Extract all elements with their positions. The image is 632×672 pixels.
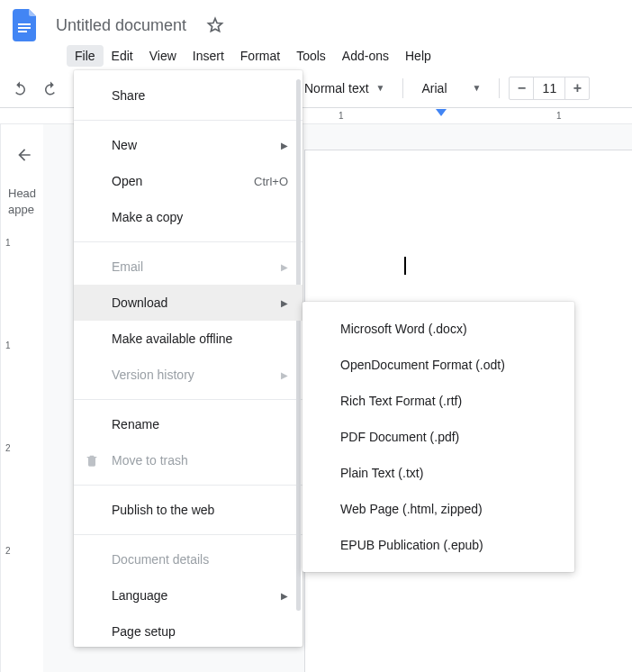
submenu-arrow-icon: ▶ — [281, 591, 288, 601]
menu-format[interactable]: Format — [232, 45, 288, 67]
submenu-arrow-icon: ▶ — [281, 370, 288, 380]
font-family-select[interactable]: Arial ▼ — [412, 76, 490, 101]
ruler-mark: 1 — [339, 111, 344, 121]
file-menu-share[interactable]: Share — [74, 77, 302, 114]
font-size-increase[interactable]: + — [565, 77, 589, 99]
menubar: File Edit View Insert Format Tools Add-o… — [0, 43, 632, 68]
menu-separator — [74, 241, 302, 242]
outline-placeholder: Head appe — [8, 186, 36, 218]
download-epub[interactable]: EPUB Publication (.epub) — [302, 527, 574, 563]
text-cursor — [404, 257, 406, 275]
file-menu-move-to-trash: Move to trash — [74, 442, 302, 478]
menu-tools[interactable]: Tools — [288, 45, 334, 67]
menu-help[interactable]: Help — [397, 45, 439, 67]
vertical-ruler[interactable]: 1 1 2 2 — [0, 124, 1, 672]
chevron-down-icon: ▼ — [376, 83, 385, 93]
file-menu-make-copy[interactable]: Make a copy — [74, 199, 302, 235]
vruler-mark: 1 — [5, 341, 11, 350]
indent-marker[interactable] — [436, 109, 447, 116]
font-size-decrease[interactable]: − — [510, 77, 533, 99]
paragraph-style-label: Normal text — [304, 81, 369, 95]
download-html[interactable]: Web Page (.html, zipped) — [302, 491, 574, 527]
download-submenu: Microsoft Word (.docx) OpenDocument Form… — [302, 302, 574, 572]
file-menu-new[interactable]: New ▶ — [74, 127, 302, 163]
menu-separator — [74, 485, 302, 486]
ruler-mark: 1 — [556, 111, 562, 121]
submenu-arrow-icon: ▶ — [281, 262, 288, 272]
undo-button[interactable] — [7, 76, 32, 101]
download-rtf[interactable]: Rich Text Format (.rtf) — [302, 383, 574, 419]
outline-panel: Head appe — [1, 124, 43, 672]
file-menu-download[interactable]: Download ▶ — [74, 285, 302, 321]
vruler-mark: 2 — [5, 546, 11, 556]
file-menu-dropdown: Share New ▶ Open Ctrl+O Make a copy Emai… — [74, 70, 302, 647]
menu-shortcut: Ctrl+O — [254, 175, 288, 188]
menu-addons[interactable]: Add-ons — [334, 45, 397, 67]
vruler-mark: 1 — [5, 238, 11, 248]
paragraph-style-select[interactable]: Normal text ▼ — [301, 76, 393, 101]
document-title[interactable]: Untitled document — [50, 14, 192, 37]
outline-collapse-button[interactable] — [15, 146, 36, 164]
svg-rect-0 — [18, 23, 31, 25]
menu-edit[interactable]: Edit — [104, 45, 141, 67]
file-menu-email: Email ▶ — [74, 249, 302, 285]
submenu-arrow-icon: ▶ — [281, 141, 288, 150]
file-menu-publish[interactable]: Publish to the web — [74, 492, 302, 528]
font-family-label: Arial — [421, 81, 447, 95]
toolbar-separator — [499, 78, 500, 98]
menu-separator — [74, 120, 302, 121]
svg-rect-1 — [18, 27, 31, 29]
submenu-arrow-icon: ▶ — [281, 298, 288, 308]
download-pdf[interactable]: PDF Document (.pdf) — [302, 419, 574, 455]
font-size-value[interactable]: 11 — [533, 77, 565, 99]
redo-button[interactable] — [38, 76, 63, 101]
download-docx[interactable]: Microsoft Word (.docx) — [302, 311, 574, 347]
file-menu-language[interactable]: Language ▶ — [74, 577, 302, 613]
menu-file[interactable]: File — [67, 45, 104, 67]
trash-icon — [85, 453, 99, 468]
file-menu-page-setup[interactable]: Page setup — [74, 613, 302, 649]
chevron-down-icon: ▼ — [473, 83, 482, 93]
star-button[interactable] — [203, 13, 228, 38]
svg-rect-2 — [18, 31, 27, 32]
menu-separator — [74, 534, 302, 535]
vruler-mark: 2 — [5, 443, 11, 453]
file-menu-rename[interactable]: Rename — [74, 406, 302, 442]
docs-logo[interactable] — [7, 7, 43, 43]
file-menu-offline[interactable]: Make available offline — [74, 321, 302, 357]
download-odt[interactable]: OpenDocument Format (.odt) — [302, 347, 574, 383]
menu-separator — [74, 399, 302, 400]
file-menu-version-history: Version history ▶ — [74, 357, 302, 393]
toolbar-separator — [402, 78, 403, 98]
file-menu-open[interactable]: Open Ctrl+O — [74, 163, 302, 199]
menu-insert[interactable]: Insert — [185, 45, 232, 67]
font-size-stepper: − 11 + — [509, 77, 590, 100]
download-txt[interactable]: Plain Text (.txt) — [302, 455, 574, 491]
file-menu-document-details: Document details — [74, 541, 302, 577]
menu-view[interactable]: View — [141, 45, 185, 67]
